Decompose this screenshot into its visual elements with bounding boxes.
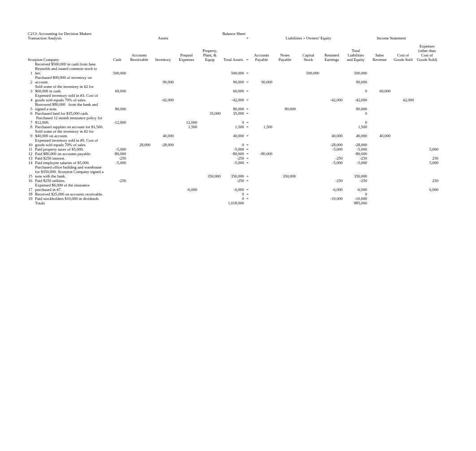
cell-cs: 500,000 xyxy=(297,62,320,75)
cell-tle: 80,000 xyxy=(343,102,368,111)
cell-inv xyxy=(151,116,175,125)
cell-ar xyxy=(127,84,151,93)
cell-pre xyxy=(175,165,198,178)
cell-inv xyxy=(151,160,175,165)
cell-pre xyxy=(175,129,198,138)
row-number: 3 xyxy=(27,84,34,93)
cell-ar xyxy=(127,102,151,111)
cell-tle: -6,000 xyxy=(343,183,368,192)
col-eq: = xyxy=(245,44,250,62)
cell-ppe xyxy=(198,178,221,183)
row-number: 12 xyxy=(27,152,34,156)
cell-ap xyxy=(250,129,273,138)
cell-tle: 350,000 xyxy=(343,165,368,178)
cell-eq: = xyxy=(245,196,250,201)
cell-ppe xyxy=(198,183,221,192)
cell-ta: 40,000 xyxy=(221,129,245,138)
table-row: 14Paid employee salaries of $5,000.-5,00… xyxy=(27,160,439,165)
cell-tle: -28,000 xyxy=(343,138,368,147)
cell-cogs xyxy=(391,116,415,125)
cell-cs xyxy=(297,75,320,84)
cell-inv xyxy=(151,178,175,183)
company-name: Scorpion Company xyxy=(27,44,108,62)
cell-np xyxy=(273,84,297,93)
cell-np xyxy=(273,125,297,129)
cell-exp xyxy=(415,152,439,156)
table-row: 6Purchased land for $35,000 cash.35,0003… xyxy=(27,111,439,116)
table-row: 8Purchased supplies on account for $1,50… xyxy=(27,125,439,129)
cell-cogs xyxy=(391,156,415,160)
col-re: Retained Earnings xyxy=(320,44,343,62)
cell-ap xyxy=(250,183,273,192)
cell-ta: 80,000 xyxy=(221,102,245,111)
cell-ta: 500,000 xyxy=(221,62,245,75)
cell-np xyxy=(273,138,297,147)
cell-cs xyxy=(297,160,320,165)
cell-ap xyxy=(250,62,273,75)
cell-ta: -5,000 xyxy=(221,147,245,152)
course-title: C213: Accounting for Decision Makers xyxy=(27,31,108,36)
cell-ar xyxy=(127,147,151,152)
cell-cs xyxy=(297,111,320,116)
cell-ta: -6,000 xyxy=(221,183,245,192)
cell-tle: 90,000 xyxy=(343,75,368,84)
cell-ppe xyxy=(198,129,221,138)
cell-cash xyxy=(108,196,127,201)
col-sr: Sales Revenue xyxy=(368,44,391,62)
table-row: 18Received $25,000 on accounts receivabl… xyxy=(27,192,439,196)
income-stmt-label: Income Statement xyxy=(368,36,415,40)
cell-np xyxy=(273,156,297,160)
cell-re xyxy=(320,75,343,84)
row-number: 10 xyxy=(27,138,34,147)
cell-ar xyxy=(127,75,151,84)
cell-eq: = xyxy=(245,178,250,183)
cell-re xyxy=(320,192,343,196)
cell-cash xyxy=(108,138,127,147)
cell-exp xyxy=(415,93,439,102)
cell-ta: 0 xyxy=(221,138,245,147)
totals-label: Totals xyxy=(34,201,107,205)
cell-exp: 250 xyxy=(415,156,439,160)
cell-ppe xyxy=(198,192,221,196)
cell-cs xyxy=(297,147,320,152)
cell-eq: = xyxy=(245,160,250,165)
cell-cash: -250 xyxy=(108,178,127,183)
cell-re: -28,000 xyxy=(320,138,343,147)
cell-tle: 0 xyxy=(343,116,368,125)
cell-cs xyxy=(297,129,320,138)
cell-pre xyxy=(175,178,198,183)
cell-ppe xyxy=(198,125,221,129)
cell-cogs xyxy=(391,183,415,192)
cell-cogs xyxy=(391,192,415,196)
cell-ta: 90,000 xyxy=(221,75,245,84)
cell-ap xyxy=(250,192,273,196)
cell-cs xyxy=(297,125,320,129)
cell-exp xyxy=(415,84,439,93)
row-desc: Received $500,000 in cash from Jane Reyn… xyxy=(34,62,107,75)
row-number: 8 xyxy=(27,125,34,129)
cell-ap xyxy=(250,102,273,111)
cell-cs xyxy=(297,196,320,201)
cell-tle: 40,000 xyxy=(343,129,368,138)
cell-re: -5,000 xyxy=(320,147,343,152)
col-ppe: Property, Plant, & Equip xyxy=(198,44,221,62)
cell-cs xyxy=(297,165,320,178)
col-inv: Inventory xyxy=(151,44,175,62)
cell-tle: 1,500 xyxy=(343,125,368,129)
cell-pre xyxy=(175,138,198,147)
cell-tle: -250 xyxy=(343,178,368,183)
cell-ppe: 35,000 xyxy=(198,111,221,116)
cell-exp: 6,000 xyxy=(415,183,439,192)
cell-cogs xyxy=(391,102,415,111)
cell-cogs xyxy=(391,125,415,129)
row-desc: Purchased 12 month insurance policy for … xyxy=(34,116,107,125)
cell-sr xyxy=(368,93,391,102)
cell-eq: = xyxy=(245,125,250,129)
cell-cash: 60,000 xyxy=(108,84,127,93)
cell-tle: -80,000 xyxy=(343,152,368,156)
cell-sr xyxy=(368,152,391,156)
cell-sr xyxy=(368,125,391,129)
cell-pre xyxy=(175,160,198,165)
cell-cs xyxy=(297,152,320,156)
cell-exp xyxy=(415,129,439,138)
